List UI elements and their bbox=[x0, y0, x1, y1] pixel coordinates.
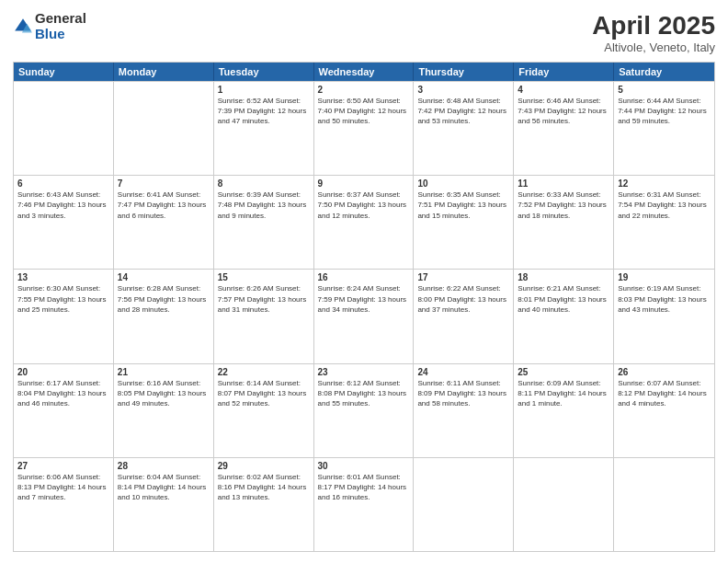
table-row: 13Sunrise: 6:30 AM Sunset: 7:55 PM Dayli… bbox=[14, 270, 114, 362]
day-info: Sunrise: 6:04 AM Sunset: 8:14 PM Dayligh… bbox=[118, 472, 210, 503]
header-day-monday: Monday bbox=[114, 63, 214, 81]
header-day-thursday: Thursday bbox=[414, 63, 514, 81]
header-day-sunday: Sunday bbox=[14, 63, 114, 81]
day-info: Sunrise: 6:39 AM Sunset: 7:48 PM Dayligh… bbox=[218, 190, 310, 221]
day-info: Sunrise: 6:01 AM Sunset: 8:17 PM Dayligh… bbox=[318, 472, 410, 503]
day-number: 17 bbox=[417, 272, 509, 282]
day-number: 12 bbox=[618, 178, 711, 189]
table-row: 14Sunrise: 6:28 AM Sunset: 7:56 PM Dayli… bbox=[114, 270, 214, 362]
day-info: Sunrise: 6:21 AM Sunset: 8:01 PM Dayligh… bbox=[518, 283, 609, 315]
day-number: 23 bbox=[318, 367, 410, 377]
location-subtitle: Altivole, Veneto, Italy bbox=[592, 40, 715, 54]
header-day-saturday: Saturday bbox=[614, 63, 714, 81]
day-info: Sunrise: 6:11 AM Sunset: 8:09 PM Dayligh… bbox=[417, 378, 509, 409]
table-row: 10Sunrise: 6:35 AM Sunset: 7:51 PM Dayli… bbox=[414, 176, 514, 269]
day-number: 22 bbox=[218, 367, 310, 377]
day-number: 25 bbox=[518, 367, 609, 377]
day-info: Sunrise: 6:14 AM Sunset: 8:07 PM Dayligh… bbox=[218, 378, 310, 409]
calendar-week-3: 13Sunrise: 6:30 AM Sunset: 7:55 PM Dayli… bbox=[14, 269, 714, 362]
day-number: 20 bbox=[17, 367, 109, 377]
table-row: 8Sunrise: 6:39 AM Sunset: 7:48 PM Daylig… bbox=[214, 176, 314, 269]
header-day-friday: Friday bbox=[514, 63, 614, 81]
day-info: Sunrise: 6:24 AM Sunset: 7:59 PM Dayligh… bbox=[318, 283, 410, 315]
day-info: Sunrise: 6:41 AM Sunset: 7:47 PM Dayligh… bbox=[118, 190, 210, 221]
day-number: 18 bbox=[518, 272, 609, 282]
calendar-week-4: 20Sunrise: 6:17 AM Sunset: 8:04 PM Dayli… bbox=[14, 363, 714, 457]
table-row: 25Sunrise: 6:09 AM Sunset: 8:11 PM Dayli… bbox=[514, 364, 614, 457]
day-number: 21 bbox=[118, 367, 210, 377]
day-info: Sunrise: 6:28 AM Sunset: 7:56 PM Dayligh… bbox=[118, 283, 210, 315]
table-row: 12Sunrise: 6:31 AM Sunset: 7:54 PM Dayli… bbox=[614, 176, 714, 269]
table-row: 19Sunrise: 6:19 AM Sunset: 8:03 PM Dayli… bbox=[614, 270, 714, 362]
day-info: Sunrise: 6:31 AM Sunset: 7:54 PM Dayligh… bbox=[618, 190, 711, 221]
day-info: Sunrise: 6:48 AM Sunset: 7:42 PM Dayligh… bbox=[417, 96, 509, 127]
logo-blue-text: Blue bbox=[35, 27, 86, 42]
day-number: 3 bbox=[417, 85, 509, 95]
calendar-week-5: 27Sunrise: 6:06 AM Sunset: 8:13 PM Dayli… bbox=[14, 457, 714, 551]
table-row: 18Sunrise: 6:21 AM Sunset: 8:01 PM Dayli… bbox=[514, 270, 614, 362]
table-row: 30Sunrise: 6:01 AM Sunset: 8:17 PM Dayli… bbox=[314, 458, 415, 551]
calendar-week-2: 6Sunrise: 6:43 AM Sunset: 7:46 PM Daylig… bbox=[14, 175, 714, 269]
table-row bbox=[414, 458, 514, 551]
day-number: 29 bbox=[218, 461, 310, 471]
header: General Blue April 2025 Altivole, Veneto… bbox=[13, 11, 715, 54]
page: General Blue April 2025 Altivole, Veneto… bbox=[0, 0, 728, 563]
table-row: 4Sunrise: 6:46 AM Sunset: 7:43 PM Daylig… bbox=[514, 82, 614, 175]
calendar: SundayMondayTuesdayWednesdayThursdayFrid… bbox=[13, 62, 715, 552]
day-info: Sunrise: 6:22 AM Sunset: 8:00 PM Dayligh… bbox=[417, 283, 509, 315]
header-day-tuesday: Tuesday bbox=[214, 63, 314, 81]
day-info: Sunrise: 6:50 AM Sunset: 7:40 PM Dayligh… bbox=[318, 96, 410, 127]
day-number: 10 bbox=[417, 178, 509, 189]
day-info: Sunrise: 6:30 AM Sunset: 7:55 PM Dayligh… bbox=[17, 283, 109, 315]
calendar-header-row: SundayMondayTuesdayWednesdayThursdayFrid… bbox=[14, 63, 714, 81]
table-row: 16Sunrise: 6:24 AM Sunset: 7:59 PM Dayli… bbox=[314, 270, 415, 362]
table-row: 2Sunrise: 6:50 AM Sunset: 7:40 PM Daylig… bbox=[314, 82, 415, 175]
day-number: 6 bbox=[17, 178, 109, 189]
day-number: 9 bbox=[318, 178, 410, 189]
day-number: 7 bbox=[118, 178, 210, 189]
day-number: 13 bbox=[17, 272, 109, 282]
header-day-wednesday: Wednesday bbox=[314, 63, 415, 81]
day-info: Sunrise: 6:09 AM Sunset: 8:11 PM Dayligh… bbox=[518, 378, 609, 409]
table-row bbox=[514, 458, 614, 551]
day-number: 27 bbox=[17, 461, 109, 471]
day-info: Sunrise: 6:16 AM Sunset: 8:05 PM Dayligh… bbox=[118, 378, 210, 409]
table-row: 7Sunrise: 6:41 AM Sunset: 7:47 PM Daylig… bbox=[114, 176, 214, 269]
day-number: 28 bbox=[118, 461, 210, 471]
table-row: 21Sunrise: 6:16 AM Sunset: 8:05 PM Dayli… bbox=[114, 364, 214, 457]
day-number: 2 bbox=[318, 85, 410, 95]
title-area: April 2025 Altivole, Veneto, Italy bbox=[592, 11, 715, 54]
table-row bbox=[114, 82, 214, 175]
day-info: Sunrise: 6:17 AM Sunset: 8:04 PM Dayligh… bbox=[17, 378, 109, 409]
table-row: 28Sunrise: 6:04 AM Sunset: 8:14 PM Dayli… bbox=[114, 458, 214, 551]
day-info: Sunrise: 6:26 AM Sunset: 7:57 PM Dayligh… bbox=[218, 283, 310, 315]
day-info: Sunrise: 6:02 AM Sunset: 8:16 PM Dayligh… bbox=[218, 472, 310, 503]
day-number: 24 bbox=[417, 367, 509, 377]
day-number: 1 bbox=[218, 85, 310, 95]
day-info: Sunrise: 6:06 AM Sunset: 8:13 PM Dayligh… bbox=[17, 472, 109, 503]
day-number: 15 bbox=[218, 272, 310, 282]
table-row: 17Sunrise: 6:22 AM Sunset: 8:00 PM Dayli… bbox=[414, 270, 514, 362]
day-info: Sunrise: 6:07 AM Sunset: 8:12 PM Dayligh… bbox=[618, 378, 711, 409]
day-info: Sunrise: 6:33 AM Sunset: 7:52 PM Dayligh… bbox=[518, 190, 609, 221]
day-info: Sunrise: 6:19 AM Sunset: 8:03 PM Dayligh… bbox=[618, 283, 711, 315]
table-row: 1Sunrise: 6:52 AM Sunset: 7:39 PM Daylig… bbox=[214, 82, 314, 175]
day-info: Sunrise: 6:12 AM Sunset: 8:08 PM Dayligh… bbox=[318, 378, 410, 409]
logo: General Blue bbox=[13, 11, 86, 41]
table-row bbox=[614, 458, 714, 551]
month-title: April 2025 bbox=[592, 11, 715, 40]
table-row: 22Sunrise: 6:14 AM Sunset: 8:07 PM Dayli… bbox=[214, 364, 314, 457]
table-row: 5Sunrise: 6:44 AM Sunset: 7:44 PM Daylig… bbox=[614, 82, 714, 175]
day-number: 4 bbox=[518, 85, 609, 95]
day-number: 26 bbox=[618, 367, 711, 377]
table-row: 26Sunrise: 6:07 AM Sunset: 8:12 PM Dayli… bbox=[614, 364, 714, 457]
table-row: 6Sunrise: 6:43 AM Sunset: 7:46 PM Daylig… bbox=[14, 176, 114, 269]
logo-icon bbox=[13, 17, 33, 37]
table-row: 20Sunrise: 6:17 AM Sunset: 8:04 PM Dayli… bbox=[14, 364, 114, 457]
day-info: Sunrise: 6:46 AM Sunset: 7:43 PM Dayligh… bbox=[518, 96, 609, 127]
table-row: 29Sunrise: 6:02 AM Sunset: 8:16 PM Dayli… bbox=[214, 458, 314, 551]
day-info: Sunrise: 6:37 AM Sunset: 7:50 PM Dayligh… bbox=[318, 190, 410, 221]
table-row: 24Sunrise: 6:11 AM Sunset: 8:09 PM Dayli… bbox=[414, 364, 514, 457]
calendar-body: 1Sunrise: 6:52 AM Sunset: 7:39 PM Daylig… bbox=[14, 81, 714, 551]
day-info: Sunrise: 6:44 AM Sunset: 7:44 PM Dayligh… bbox=[618, 96, 711, 127]
